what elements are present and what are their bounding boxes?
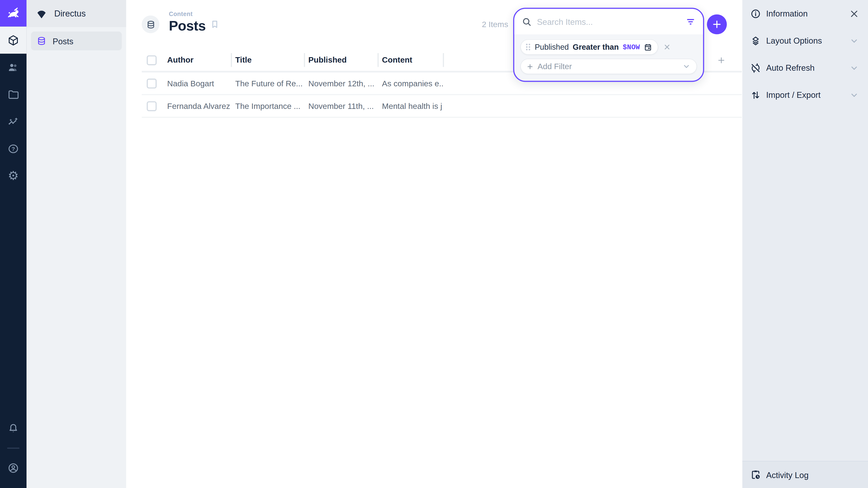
column-header-content[interactable]: Content bbox=[377, 48, 443, 72]
sidebar-section-import-export[interactable]: Import / Export bbox=[742, 81, 868, 108]
activity-log-label: Activity Log bbox=[766, 470, 860, 480]
row-select-cell bbox=[142, 101, 163, 111]
filter-value[interactable]: $NOW bbox=[622, 43, 640, 51]
filter-operator[interactable]: Greater than bbox=[572, 43, 619, 52]
sidebar-section-information[interactable]: Information bbox=[742, 0, 868, 27]
chevron-down-icon[interactable] bbox=[849, 36, 859, 46]
people-icon bbox=[7, 61, 20, 73]
layers-icon bbox=[750, 35, 761, 46]
info-icon bbox=[750, 8, 761, 19]
collections-list: Posts bbox=[27, 27, 126, 55]
page-title: Posts bbox=[169, 18, 206, 34]
sync-disabled-icon bbox=[750, 62, 761, 73]
search-input[interactable] bbox=[537, 17, 680, 26]
search-icon bbox=[522, 16, 532, 27]
activity-log-button[interactable]: Activity Log bbox=[742, 461, 868, 488]
chevron-down-icon[interactable] bbox=[682, 62, 691, 71]
activity-log-icon bbox=[750, 469, 761, 480]
svg-text:?: ? bbox=[11, 146, 15, 152]
cell-title: The Future of Re... bbox=[231, 79, 304, 88]
module-bar: ? ⚙ bbox=[0, 0, 27, 488]
filter-rule-pill[interactable]: Published Greater than $NOW bbox=[520, 39, 658, 55]
filter-rule-row: Published Greater than $NOW bbox=[520, 39, 697, 55]
app: ? ⚙ bbox=[0, 0, 868, 488]
project-logo-button[interactable] bbox=[0, 0, 27, 27]
nav-sidebar: Directus Posts bbox=[27, 0, 126, 488]
cell-published: November 12th, ... bbox=[304, 79, 377, 88]
select-all-checkbox[interactable] bbox=[147, 55, 157, 65]
module-content[interactable] bbox=[0, 27, 27, 54]
folder-icon bbox=[7, 88, 20, 101]
column-header-title[interactable]: Title bbox=[231, 48, 304, 72]
account-circle-icon bbox=[7, 462, 20, 474]
chevron-down-icon[interactable] bbox=[849, 63, 859, 73]
filter-zone: Published Greater than $NOW bbox=[514, 34, 703, 81]
add-filter-label: Add Filter bbox=[537, 62, 678, 71]
row-checkbox[interactable] bbox=[147, 78, 157, 88]
database-icon bbox=[37, 36, 46, 46]
collection-badge bbox=[142, 15, 159, 33]
cell-title: The Importance ... bbox=[231, 101, 304, 110]
filter-field: Published bbox=[535, 43, 569, 52]
sidebar-section-label: Layout Options bbox=[766, 36, 844, 45]
settings-icon: ⚙ bbox=[8, 170, 19, 182]
cell-content: Mental health is j... bbox=[377, 101, 443, 110]
module-users[interactable] bbox=[0, 54, 27, 81]
database-icon bbox=[146, 20, 155, 29]
notifications-button[interactable] bbox=[0, 415, 27, 442]
fan-logo-icon bbox=[36, 8, 47, 19]
title-group: Content Posts bbox=[169, 11, 206, 34]
cell-author: Fernanda Alvarez bbox=[163, 101, 231, 110]
sidebar-section-label: Auto Refresh bbox=[766, 63, 844, 72]
cell-author: Nadia Bogart bbox=[163, 79, 231, 88]
cell-published: November 11th, ... bbox=[304, 101, 377, 110]
right-sidebar: Information Layout Options bbox=[742, 0, 868, 488]
row-checkbox[interactable] bbox=[147, 101, 157, 111]
column-header-author[interactable]: Author bbox=[163, 48, 231, 72]
cell-content: As companies e... bbox=[377, 79, 443, 88]
sidebar-section-auto-refresh[interactable]: Auto Refresh bbox=[742, 54, 868, 81]
module-files[interactable] bbox=[0, 81, 27, 108]
create-item-button[interactable] bbox=[707, 14, 727, 34]
search-filter-panel: Published Greater than $NOW bbox=[513, 8, 704, 82]
nav-item-label: Posts bbox=[53, 36, 73, 46]
items-count: 2 Items bbox=[458, 20, 508, 29]
column-header-published[interactable]: Published bbox=[304, 48, 377, 72]
bookmark-icon[interactable] bbox=[210, 20, 220, 29]
box-icon bbox=[7, 34, 20, 46]
module-bar-divider bbox=[7, 448, 20, 449]
insights-icon bbox=[7, 116, 20, 128]
module-insights[interactable] bbox=[0, 108, 27, 135]
plus-icon bbox=[526, 63, 534, 70]
module-settings[interactable]: ⚙ bbox=[0, 162, 27, 189]
chevron-down-icon[interactable] bbox=[849, 90, 859, 100]
nav-item-posts[interactable]: Posts bbox=[31, 32, 122, 51]
drag-handle-icon[interactable] bbox=[525, 43, 531, 51]
breadcrumb: Content bbox=[169, 11, 206, 17]
rabbit-logo-icon bbox=[5, 5, 21, 21]
sidebar-section-layout-options[interactable]: Layout Options bbox=[742, 27, 868, 54]
search-row bbox=[514, 9, 703, 34]
help-icon: ? bbox=[7, 142, 20, 155]
table-row[interactable]: Fernanda Alvarez The Importance ... Nove… bbox=[142, 95, 742, 118]
swap-vert-icon bbox=[750, 90, 761, 101]
add-filter-button[interactable]: Add Filter bbox=[520, 59, 697, 74]
account-button[interactable] bbox=[0, 454, 27, 482]
remove-filter-icon[interactable] bbox=[663, 43, 671, 51]
project-name: Directus bbox=[54, 8, 86, 19]
module-bar-spacer bbox=[0, 189, 27, 415]
select-all-cell bbox=[142, 55, 163, 65]
module-help[interactable]: ? bbox=[0, 135, 27, 162]
filter-icon[interactable] bbox=[685, 16, 696, 27]
sidebar-section-label: Import / Export bbox=[766, 90, 844, 100]
project-chooser[interactable]: Directus bbox=[27, 0, 126, 27]
bell-icon bbox=[7, 422, 20, 435]
close-icon[interactable] bbox=[849, 8, 859, 19]
sidebar-section-label: Information bbox=[766, 9, 844, 18]
plus-icon bbox=[711, 19, 722, 30]
main-content: Content Posts 2 Items bbox=[126, 0, 742, 488]
row-select-cell bbox=[142, 78, 163, 88]
calendar-icon[interactable] bbox=[644, 43, 652, 51]
